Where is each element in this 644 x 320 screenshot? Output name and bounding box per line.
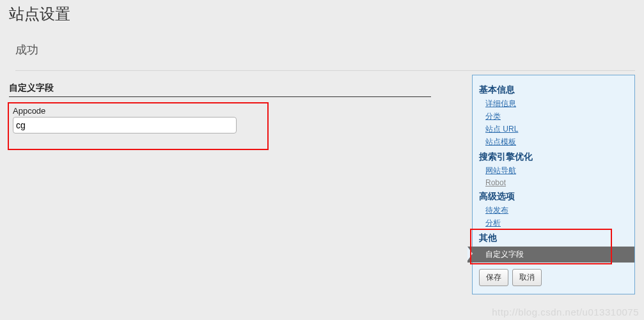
appcode-label: Appcode bbox=[13, 106, 263, 116]
section-heading-custom-fields: 自定义字段 bbox=[9, 82, 431, 97]
sidebar-link-pending[interactable]: 待发布 bbox=[485, 205, 628, 216]
watermark-text: http://blog.csdn.net/u013310075 bbox=[492, 307, 639, 317]
sidebar-link-analytics[interactable]: 分析 bbox=[485, 218, 628, 229]
sidebar-link-site-nav[interactable]: 网站导航 bbox=[485, 165, 628, 176]
save-button[interactable]: 保存 bbox=[479, 269, 508, 286]
settings-sidebar: 基本信息 详细信息 分类 站点 URL 站点模板 搜索引擎优化 网站导航 Rob… bbox=[472, 75, 635, 294]
sidebar-group-seo: 搜索引擎优化 bbox=[479, 151, 628, 163]
appcode-input[interactable] bbox=[13, 117, 237, 133]
page-title: 站点设置 bbox=[0, 0, 644, 31]
sidebar-link-site-template[interactable]: 站点模板 bbox=[485, 137, 628, 148]
sidebar-link-details[interactable]: 详细信息 bbox=[485, 98, 628, 109]
sidebar-link-category[interactable]: 分类 bbox=[485, 111, 628, 122]
sidebar-group-other: 其他 bbox=[479, 232, 628, 244]
cancel-button[interactable]: 取消 bbox=[512, 269, 542, 286]
sidebar-link-site-url[interactable]: 站点 URL bbox=[485, 124, 628, 135]
sidebar-active-custom-fields[interactable]: 自定义字段 bbox=[467, 247, 634, 263]
sidebar-group-advanced: 高级选项 bbox=[479, 191, 628, 202]
field-highlight-box: Appcode bbox=[8, 102, 269, 150]
sidebar-link-robot[interactable]: Robot bbox=[485, 178, 628, 187]
sidebar-group-basic-info: 基本信息 bbox=[479, 84, 628, 96]
success-message: 成功 bbox=[15, 31, 635, 71]
